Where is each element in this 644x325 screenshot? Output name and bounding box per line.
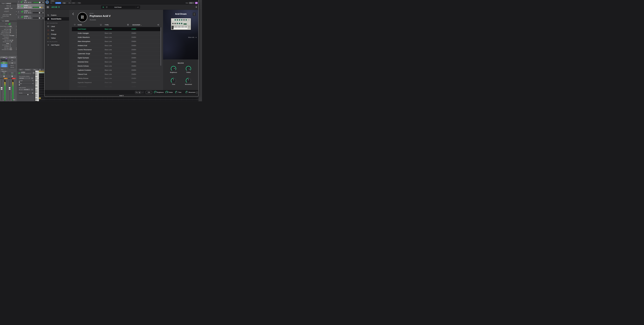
preset-row[interactable]: Acidic ArpeggioBass LineDNBN — [72, 31, 160, 35]
scrollbar-thumb[interactable] — [160, 27, 161, 66]
piano-icon[interactable] — [8, 22, 11, 25]
inspector-row[interactable]: No Reset: — [0, 46, 17, 47]
preset-row[interactable]: Distorted DriveBass LineDNBN — [72, 60, 160, 64]
preset-row[interactable]: Hypnotic SequenceBass LineDNBN — [72, 80, 160, 84]
track-m-button[interactable]: M — [24, 18, 26, 19]
instrument-slot-acid-v[interactable]: Acid V — [1, 62, 8, 64]
sidebar-item-yellow[interactable]: Yellow — [44, 36, 69, 40]
stepper-icon[interactable]: ▲▼ — [10, 8, 10, 9]
preset-row[interactable]: Cybernetic SurgeBass LineDNBN — [72, 52, 160, 56]
track-m-button[interactable]: M — [24, 2, 26, 3]
plugin-power-button[interactable] — [46, 0, 49, 4]
automation-mode-slot[interactable]: Read — [1, 74, 8, 75]
track-header-4[interactable]: 4Untitled | Ch1MSRI — [17, 9, 44, 14]
white-key[interactable]: C5 — [35, 79, 39, 80]
track-volume-slider[interactable] — [32, 18, 42, 19]
left-setting-button[interactable]: Setting — [1, 57, 8, 58]
white-key[interactable] — [35, 88, 39, 89]
group-slot[interactable]: Group — [9, 72, 16, 74]
knob-visual[interactable] — [154, 91, 157, 94]
inspector-row[interactable]: Quantize▲▼Off▲▼ — [0, 8, 17, 9]
midi-note[interactable] — [39, 98, 41, 99]
region-more[interactable]: More — [1, 17, 3, 18]
track-i-button[interactable]: I — [30, 2, 32, 3]
track-header-5[interactable]: 5Untitled | Ch1MSRI — [17, 14, 44, 20]
knob-visual[interactable] — [168, 66, 179, 71]
knob-visual[interactable] — [175, 91, 178, 94]
track-r-button[interactable]: R — [28, 12, 30, 14]
checkbox[interactable] — [10, 44, 11, 46]
scale-key-select[interactable]: C ▲▼ — [19, 89, 23, 90]
sidebar-item-liked[interactable]: Liked — [44, 25, 69, 28]
bar-knob-time[interactable]: Time — [175, 91, 181, 94]
swing-slider[interactable] — [19, 85, 33, 85]
inspector-row[interactable]: Staff Style:Auto▲▼ — [0, 47, 17, 49]
white-key[interactable] — [35, 93, 39, 94]
peak-value[interactable]: 2.8 — [12, 78, 16, 79]
knob-visual[interactable] — [186, 91, 188, 94]
stepper-icon[interactable]: ▲▼ — [16, 14, 16, 15]
volume-value[interactable]: 0.0 — [1, 78, 4, 79]
macro-knob-brightness[interactable]: Brightness — [168, 66, 179, 73]
track-pan-knob[interactable] — [42, 2, 44, 3]
stepper-icon[interactable]: ▲▼ — [16, 37, 16, 38]
catch-playhead-button[interactable] — [39, 69, 41, 71]
fader-thumb[interactable] — [1, 87, 2, 90]
audio-fx-slot[interactable]: Channel EQ — [1, 64, 8, 65]
preset-row[interactable]: Glitchy GrooveBass LineDNBN — [72, 76, 160, 80]
add-playlist-button[interactable]: Add Playlist — [44, 43, 69, 47]
checkbox[interactable] — [10, 5, 11, 6]
stepper-icon[interactable]: ▲▼ — [16, 8, 16, 9]
stepper-icon[interactable]: ▲▼ — [16, 48, 16, 48]
stepper-icon[interactable]: ▲▼ — [16, 26, 16, 27]
inspector-row[interactable]: Loop: — [0, 6, 17, 8]
track-s-button[interactable]: S — [26, 2, 28, 3]
gear-icon[interactable]: ⚙ — [195, 6, 198, 8]
track-m-button[interactable]: M — [24, 7, 26, 8]
output-slot[interactable]: Stereo Out — [1, 71, 8, 72]
strength-slider[interactable] — [19, 82, 33, 82]
track-i-button[interactable]: I — [30, 12, 32, 14]
inspector-row[interactable]: MIDI Out Channel:1▲▼ — [0, 33, 17, 35]
link-button[interactable] — [195, 2, 198, 4]
track-slider-knob[interactable] — [39, 12, 40, 14]
track-slider-knob[interactable] — [39, 2, 40, 3]
knob-visual[interactable] — [183, 66, 194, 71]
bar-knob-timbre[interactable]: Timbre — [166, 91, 173, 94]
stepper-icon[interactable]: ▲▼ — [16, 34, 16, 34]
white-key[interactable] — [35, 71, 39, 72]
preset-row[interactable]: Acidic WaveformBass LineDNBN — [72, 35, 160, 40]
fader-track[interactable] — [10, 80, 10, 101]
compare-button[interactable]: Compare — [55, 2, 61, 4]
menu-icon[interactable] — [47, 6, 49, 8]
track-r-button[interactable]: R — [28, 7, 30, 8]
menu-functions[interactable]: Functions▼ — [24, 69, 32, 71]
kebab-menu-icon[interactable] — [193, 12, 196, 16]
track-s-button[interactable]: S — [26, 7, 28, 8]
stepper-icon[interactable]: ▲▼ — [16, 11, 16, 12]
stepper-icon[interactable]: ▲▼ — [10, 43, 10, 44]
stepper-icon[interactable]: ▲▼ — [16, 35, 16, 36]
checkbox[interactable] — [10, 6, 11, 7]
inspector-row[interactable]: MIDI Input:All▲▼ — [0, 28, 17, 30]
pencil-tool-button[interactable] — [42, 69, 44, 71]
track-volume-slider[interactable] — [32, 2, 42, 3]
disclosure-triangle-icon[interactable]: ▾ — [0, 3, 0, 4]
mute-button-cut[interactable] — [9, 101, 12, 101]
empty-fx-slot[interactable] — [1, 68, 8, 68]
track-slider-knob[interactable] — [39, 17, 40, 19]
history-list-icon[interactable] — [138, 91, 141, 94]
region-header[interactable]: ▾ Region: 3 selected — [0, 2, 17, 4]
quantize-apply-button[interactable]: Q — [31, 78, 33, 79]
cpu-zoom-indicator[interactable]: 11% — [146, 91, 152, 94]
white-key[interactable] — [35, 76, 39, 77]
track-r-button[interactable]: R — [28, 2, 30, 3]
time-quantize-select[interactable]: 1/16 Note ▲▼ — [19, 78, 30, 79]
more-info-link[interactable]: More info — [180, 36, 197, 38]
track-header-2[interactable]: 2- Init -MSRI — [17, 0, 44, 4]
stereo-format-button[interactable] — [9, 62, 16, 64]
track-pan-knob[interactable] — [42, 6, 44, 8]
menu-view[interactable]: View▼ — [32, 69, 38, 71]
preset-row[interactable]: Euphoric EvolutionBass LineDNBN — [72, 68, 160, 72]
group-slot[interactable]: Group — [1, 72, 8, 74]
